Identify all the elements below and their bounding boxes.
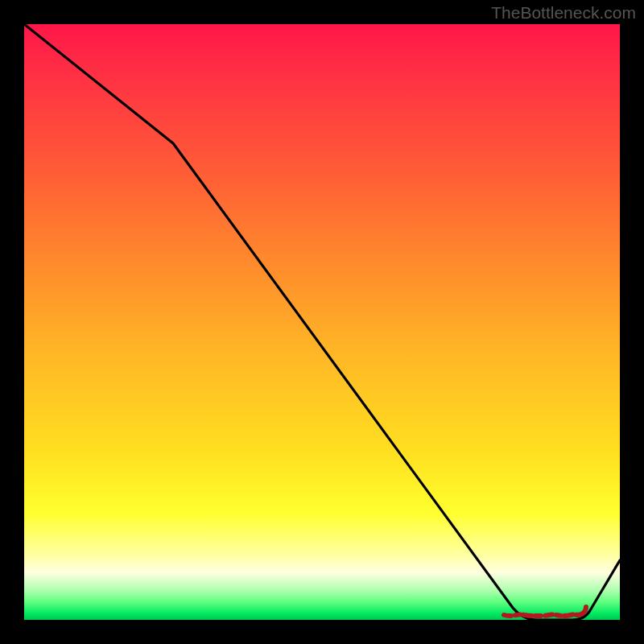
chart-svg bbox=[24, 24, 620, 620]
watermark-text: TheBottleneck.com bbox=[491, 3, 636, 23]
bottleneck-curve bbox=[24, 24, 620, 620]
chart-container: TheBottleneck.com bbox=[0, 0, 644, 644]
